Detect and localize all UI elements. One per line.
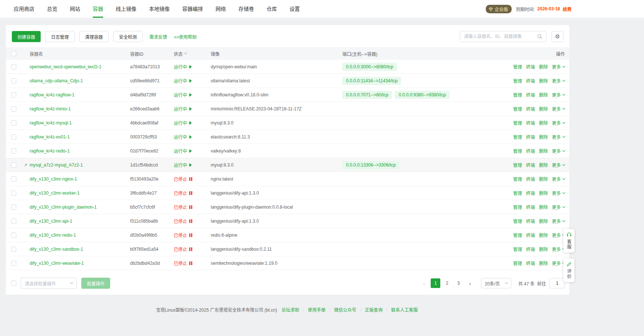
clean-container-button[interactable]: 清理容器 bbox=[79, 31, 109, 42]
row-checkbox[interactable] bbox=[11, 205, 16, 210]
terminal-link[interactable]: 终端 bbox=[526, 64, 535, 70]
nav-tab[interactable]: 线上镜像 bbox=[109, 0, 143, 18]
terminal-link[interactable]: 终端 bbox=[526, 134, 535, 140]
security-check-button[interactable]: 安全检测 bbox=[113, 31, 143, 42]
delete-link[interactable]: 删除 bbox=[539, 246, 548, 252]
search-button[interactable] bbox=[533, 31, 546, 42]
container-name-link[interactable]: mysql_a7z2-mysql_A7z2-1 bbox=[30, 162, 83, 168]
manage-link[interactable]: 管理 bbox=[513, 106, 522, 112]
page-number[interactable]: 2 bbox=[442, 278, 452, 288]
select-all-checkbox[interactable] bbox=[11, 51, 16, 56]
nav-tab[interactable]: 容器编排 bbox=[176, 0, 209, 18]
delete-link[interactable]: 删除 bbox=[539, 106, 548, 112]
row-checkbox[interactable] bbox=[11, 233, 16, 238]
container-name-link[interactable]: openwebui_iwcd-openwebui_iwcD-1 bbox=[30, 64, 101, 69]
more-link[interactable]: 更多 bbox=[552, 106, 565, 112]
row-checkbox[interactable] bbox=[11, 219, 16, 224]
more-link[interactable]: 更多 bbox=[552, 92, 565, 98]
more-link[interactable]: 更多 bbox=[552, 218, 565, 224]
more-link[interactable]: 更多 bbox=[552, 64, 565, 70]
renew-link[interactable]: 续费 bbox=[563, 6, 572, 12]
header-status-filter[interactable]: 状态 bbox=[174, 51, 211, 57]
row-checkbox[interactable] bbox=[11, 106, 16, 112]
search-input[interactable] bbox=[460, 31, 533, 42]
delete-link[interactable]: 删除 bbox=[539, 78, 548, 84]
manage-link[interactable]: 管理 bbox=[513, 176, 522, 182]
page-number[interactable]: 1 bbox=[431, 278, 440, 288]
manage-link[interactable]: 管理 bbox=[513, 204, 522, 210]
delete-link[interactable]: 删除 bbox=[539, 260, 548, 266]
manage-link[interactable]: 管理 bbox=[513, 120, 522, 126]
delete-link[interactable]: 删除 bbox=[539, 218, 548, 224]
next-page-button[interactable]: › bbox=[465, 278, 475, 288]
row-checkbox[interactable] bbox=[11, 176, 16, 182]
row-checkbox[interactable] bbox=[11, 247, 16, 252]
manage-link[interactable]: 管理 bbox=[513, 92, 522, 98]
delete-link[interactable]: 删除 bbox=[539, 176, 548, 182]
manage-link[interactable]: 管理 bbox=[513, 232, 522, 238]
nav-tab[interactable]: 网站 bbox=[64, 0, 87, 18]
customer-service-button[interactable]: 客服 bbox=[563, 229, 574, 253]
more-link[interactable]: 更多 bbox=[552, 78, 565, 84]
delete-link[interactable]: 删除 bbox=[539, 148, 548, 154]
nav-tab[interactable]: 仓库 bbox=[260, 0, 283, 18]
more-link[interactable]: 更多 bbox=[552, 246, 565, 252]
nav-tab[interactable]: 应用商店 bbox=[7, 0, 41, 18]
container-name-link[interactable]: ragflow_kr4z-es01-1 bbox=[30, 134, 70, 140]
delete-link[interactable]: 删除 bbox=[539, 190, 548, 196]
row-checkbox[interactable] bbox=[11, 120, 16, 126]
delete-link[interactable]: 删除 bbox=[539, 120, 548, 126]
terminal-link[interactable]: 终端 bbox=[526, 260, 535, 266]
container-name-link[interactable]: ollama_cdjs-ollama_Cdjs-1 bbox=[30, 78, 83, 83]
batch-apply-button[interactable]: 批量操作 bbox=[81, 278, 110, 289]
container-name-link[interactable]: ragflow_kr4z-ragflow-1 bbox=[30, 92, 74, 97]
terminal-link[interactable]: 终端 bbox=[526, 120, 535, 126]
rate-button[interactable]: 评价 bbox=[563, 258, 574, 282]
more-link[interactable]: 更多 bbox=[552, 190, 565, 196]
terminal-link[interactable]: 终端 bbox=[526, 106, 535, 112]
terminal-link[interactable]: 终端 bbox=[526, 218, 535, 224]
footer-link[interactable]: 正版查询 bbox=[365, 308, 383, 313]
prev-page-button[interactable]: ‹ bbox=[419, 278, 429, 288]
terminal-link[interactable]: 终端 bbox=[526, 148, 535, 154]
manage-link[interactable]: 管理 bbox=[513, 78, 522, 84]
nav-tab[interactable]: 网络 bbox=[209, 0, 232, 18]
container-name-link[interactable]: ragflow_kr4z-redis-1 bbox=[30, 148, 70, 154]
more-link[interactable]: 更多 bbox=[552, 232, 565, 238]
terminal-link[interactable]: 终端 bbox=[526, 176, 535, 182]
terminal-link[interactable]: 终端 bbox=[526, 246, 535, 252]
footer-link[interactable]: 论坛求助 bbox=[282, 308, 299, 313]
manage-link[interactable]: 管理 bbox=[513, 260, 522, 266]
feedback-link[interactable]: 需求反馈 bbox=[149, 34, 167, 40]
goto-page-input[interactable] bbox=[549, 278, 565, 288]
container-name-link[interactable]: dify_v130_c3mr-nginx-1 bbox=[30, 176, 77, 182]
manage-link[interactable]: 管理 bbox=[513, 64, 522, 70]
create-container-button[interactable]: 创建容器 bbox=[12, 31, 41, 42]
page-number[interactable]: 3 bbox=[454, 278, 463, 288]
nav-tab[interactable]: 本地镜像 bbox=[143, 0, 176, 18]
batch-action-select[interactable]: 请选择批量操作 bbox=[21, 278, 77, 289]
more-link[interactable]: 更多 bbox=[552, 162, 565, 168]
manage-link[interactable]: 管理 bbox=[513, 134, 522, 140]
row-checkbox[interactable] bbox=[11, 134, 16, 140]
more-link[interactable]: 更多 bbox=[552, 134, 565, 140]
manage-link[interactable]: 管理 bbox=[513, 246, 522, 252]
footer-link[interactable]: 使用手册 bbox=[308, 308, 326, 313]
more-link[interactable]: 更多 bbox=[552, 204, 565, 210]
delete-link[interactable]: 删除 bbox=[539, 64, 548, 70]
nav-tab[interactable]: 总览 bbox=[41, 0, 64, 18]
log-manage-button[interactable]: 日志管理 bbox=[45, 31, 75, 42]
nav-tab[interactable]: 存储卷 bbox=[232, 0, 260, 18]
delete-link[interactable]: 删除 bbox=[539, 92, 548, 98]
terminal-link[interactable]: 终端 bbox=[526, 190, 535, 196]
container-name-link[interactable]: ragflow_kr4z-minio-1 bbox=[30, 106, 71, 112]
manage-link[interactable]: 管理 bbox=[513, 218, 522, 224]
terminal-link[interactable]: 终端 bbox=[526, 78, 535, 84]
row-checkbox[interactable] bbox=[11, 64, 16, 69]
more-link[interactable]: 更多 bbox=[552, 120, 565, 126]
row-checkbox[interactable] bbox=[11, 191, 16, 196]
settings-button[interactable]: ⚙ bbox=[552, 31, 563, 42]
manage-link[interactable]: 管理 bbox=[513, 162, 522, 168]
terminal-link[interactable]: 终端 bbox=[526, 92, 535, 98]
nav-tab[interactable]: 设置 bbox=[283, 0, 306, 18]
